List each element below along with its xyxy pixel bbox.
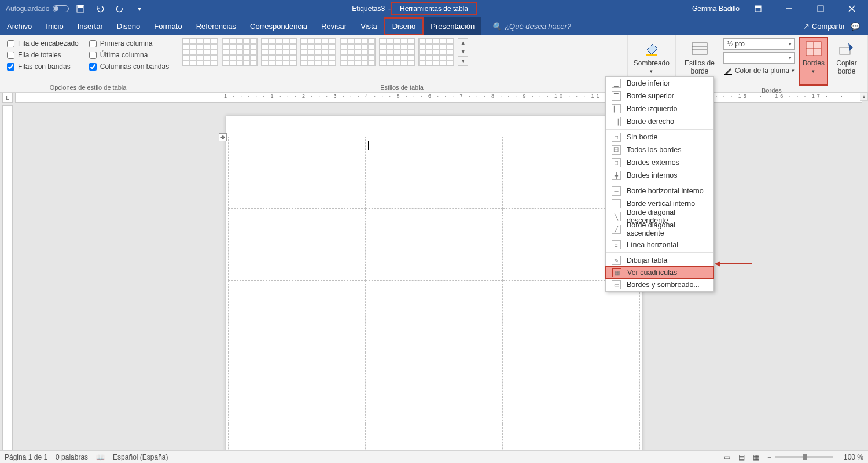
tab-diseno-page[interactable]: Diseño bbox=[110, 17, 147, 35]
close-icon[interactable] bbox=[839, 0, 865, 17]
border-painter-button[interactable]: Copiar borde bbox=[830, 37, 863, 86]
menu-draw-table[interactable]: ✎Dibujar tabla bbox=[606, 254, 713, 267]
spellcheck-icon[interactable]: 📖 bbox=[96, 453, 105, 461]
tab-formato[interactable]: Formato bbox=[147, 17, 189, 35]
style-thumb[interactable] bbox=[182, 38, 218, 66]
brush-icon bbox=[837, 39, 856, 58]
comments-icon[interactable]: 💬 bbox=[851, 22, 860, 31]
chk-first-column[interactable]: Primera columna bbox=[89, 39, 169, 47]
status-language[interactable]: Español (España) bbox=[113, 453, 168, 461]
border-width-combo[interactable]: ½ pto bbox=[723, 38, 795, 50]
style-thumb[interactable] bbox=[418, 38, 454, 66]
ribbon: Fila de encabezado Fila de totales Filas… bbox=[0, 35, 868, 93]
style-thumb[interactable] bbox=[261, 38, 297, 66]
style-thumb[interactable] bbox=[379, 38, 415, 66]
chk-header-row[interactable]: Fila de encabezado bbox=[7, 39, 79, 47]
toggle-switch-icon bbox=[53, 5, 69, 12]
scroll-up-icon[interactable]: ▲ bbox=[860, 93, 868, 101]
outside-borders-icon: □ bbox=[612, 158, 621, 167]
share-icon: ↗ bbox=[803, 22, 810, 31]
menu-border-right[interactable]: ▕Borde derecho bbox=[606, 115, 713, 128]
menu-inside-borders[interactable]: ╋Bordes internos bbox=[606, 169, 713, 182]
chk-banded-columns[interactable]: Columnas con bandas bbox=[89, 63, 169, 71]
ribbon-display-icon[interactable] bbox=[745, 0, 771, 17]
share-button[interactable]: ↗ Compartir bbox=[803, 22, 845, 31]
style-thumb[interactable] bbox=[300, 38, 336, 66]
table-styles-gallery[interactable]: ▲▼▾ bbox=[181, 37, 623, 67]
qat-customize-icon[interactable]: ▾ bbox=[135, 4, 144, 13]
callout-arrow-icon bbox=[718, 263, 752, 264]
table-move-handle-icon[interactable]: ✥ bbox=[219, 133, 227, 141]
vertical-ruler[interactable] bbox=[2, 105, 13, 450]
chk-total-row[interactable]: Fila de totales bbox=[7, 51, 79, 59]
inside-borders-icon: ╋ bbox=[612, 171, 621, 180]
document-page[interactable]: ✥ bbox=[226, 116, 642, 463]
svg-rect-8 bbox=[646, 54, 657, 56]
search-icon: 🔍 bbox=[492, 22, 501, 31]
horizontal-ruler[interactable]: 1 · · · · · 1 · · · 2 · · · 3 · · · 4 · … bbox=[15, 93, 862, 103]
group-table-style-options: Fila de encabezado Fila de totales Filas… bbox=[0, 35, 176, 92]
style-thumb[interactable] bbox=[222, 38, 258, 66]
all-borders-icon: 田 bbox=[612, 145, 621, 155]
inside-h-border-icon: ─ bbox=[612, 186, 621, 196]
view-print-icon[interactable]: ▤ bbox=[738, 453, 745, 461]
menu-border-top[interactable]: ▔Borde superior bbox=[606, 90, 713, 102]
menu-border-bottom[interactable]: ▁Borde inferior bbox=[606, 77, 713, 90]
chk-banded-rows[interactable]: Filas con bandas bbox=[7, 63, 79, 71]
view-read-icon[interactable]: ▭ bbox=[724, 453, 730, 461]
tab-referencias[interactable]: Referencias bbox=[189, 17, 243, 35]
menu-view-gridlines[interactable]: ▦Ver cuadrículas bbox=[605, 266, 714, 279]
tab-vista[interactable]: Vista bbox=[354, 17, 384, 35]
view-web-icon[interactable]: ▦ bbox=[753, 453, 759, 461]
zoom-in-icon[interactable]: + bbox=[836, 453, 840, 461]
status-word-count[interactable]: 0 palabras bbox=[56, 453, 88, 461]
menu-horizontal-line[interactable]: ≡Línea horizontal bbox=[606, 238, 713, 251]
zoom-out-icon[interactable]: − bbox=[767, 453, 771, 461]
menu-inside-h-border[interactable]: ─Borde horizontal interno bbox=[606, 185, 713, 197]
chk-last-column[interactable]: Última columna bbox=[89, 51, 169, 59]
save-icon[interactable] bbox=[76, 4, 85, 13]
border-top-icon: ▔ bbox=[612, 91, 621, 101]
style-thumb[interactable] bbox=[340, 38, 376, 66]
maximize-icon[interactable] bbox=[808, 0, 833, 17]
document-table[interactable] bbox=[228, 137, 640, 463]
borders-button[interactable]: Bordes▾ bbox=[799, 37, 828, 86]
autosave-label: Autoguardado bbox=[6, 5, 49, 13]
table-tools-contextual-tab: Herramientas de tabla bbox=[391, 2, 477, 15]
zoom-control[interactable]: − + 100 % bbox=[767, 453, 863, 461]
menu-separator bbox=[606, 183, 713, 183]
menu-no-border[interactable]: □Sin borde bbox=[606, 131, 713, 144]
tab-inicio[interactable]: Inicio bbox=[39, 17, 70, 35]
menu-border-left[interactable]: ▏Borde izquierdo bbox=[606, 102, 713, 115]
tell-me-search[interactable]: 🔍 ¿Qué desea hacer? bbox=[481, 17, 571, 35]
ruler-corner[interactable]: L bbox=[2, 93, 13, 103]
tab-correspondencia[interactable]: Correspondencia bbox=[243, 17, 314, 35]
user-name[interactable]: Gemma Badillo bbox=[692, 5, 740, 13]
tab-insertar[interactable]: Insertar bbox=[71, 17, 110, 35]
status-bar: Página 1 de 1 0 palabras 📖 Español (Espa… bbox=[0, 450, 868, 463]
menu-borders-shading[interactable]: ▭Bordes y sombreado... bbox=[606, 278, 713, 291]
gallery-scroll[interactable]: ▲▼▾ bbox=[458, 38, 468, 66]
zoom-slider[interactable] bbox=[775, 456, 833, 458]
menu-diag-up-border[interactable]: ╱Borde diagonal ascendente bbox=[606, 223, 713, 236]
tab-presentacion[interactable]: Presentación bbox=[424, 17, 481, 35]
tab-archivo[interactable]: Archivo bbox=[0, 17, 39, 35]
undo-icon[interactable] bbox=[95, 4, 105, 13]
autosave-toggle[interactable]: Autoguardado bbox=[6, 5, 69, 13]
tab-revisar[interactable]: Revisar bbox=[314, 17, 354, 35]
shading-button[interactable]: Sombreado▾ bbox=[630, 37, 673, 77]
minimize-icon[interactable] bbox=[777, 0, 802, 17]
ribbon-tabs: Archivo Inicio Insertar Diseño Formato R… bbox=[0, 17, 868, 35]
menu-all-borders[interactable]: 田Todos los bordes bbox=[606, 144, 713, 156]
menu-outside-borders[interactable]: □Bordes externos bbox=[606, 156, 713, 169]
group-table-styles: ▲▼▾ Estilos de tabla bbox=[176, 35, 628, 92]
svg-rect-9 bbox=[692, 43, 707, 54]
zoom-level[interactable]: 100 % bbox=[844, 453, 863, 461]
borders-dropdown-menu: ▁Borde inferior ▔Borde superior ▏Borde i… bbox=[605, 76, 714, 292]
tab-diseno-table[interactable]: Diseño bbox=[384, 17, 424, 35]
pen-color-button[interactable]: Color de la pluma▾ bbox=[723, 66, 795, 75]
page-icon: ▭ bbox=[612, 280, 621, 289]
border-line-style-combo[interactable] bbox=[723, 52, 795, 64]
status-page[interactable]: Página 1 de 1 bbox=[5, 453, 47, 461]
redo-icon[interactable] bbox=[115, 4, 124, 13]
